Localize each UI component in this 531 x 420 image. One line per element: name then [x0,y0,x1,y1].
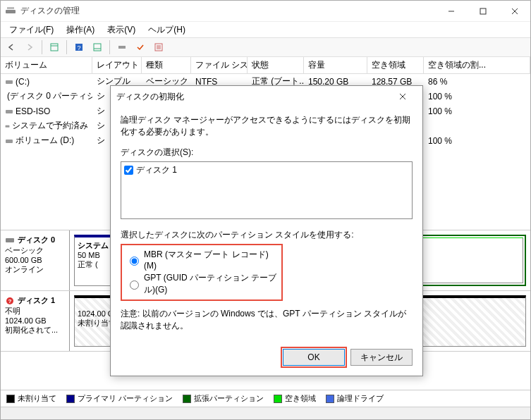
dialog-note: 注意: 以前のバージョンの Windows では、GPT パーティション スタイ… [121,308,413,332]
legend-logical: 論理ドライブ [326,393,384,404]
minimize-button[interactable] [435,1,467,22]
partition-style-label: 選択したディスクに次のパーティション スタイルを使用する: [121,229,413,241]
col-layout[interactable]: レイアウト [92,57,142,73]
svg-rect-3 [480,8,486,14]
view-bottom-button[interactable] [90,39,105,55]
disk-select-item-1[interactable]: ディスク 1 [123,163,410,177]
disk-management-window: ディスクの管理 ファイル(F) 操作(A) 表示(V) ヘルプ(H) ? ボリュ… [0,0,531,420]
legend-extended: 拡張パーティション [183,393,264,404]
partition-system[interactable]: システム 50 MB 正常 ( [74,235,113,286]
disk0-state: オンライン [5,264,65,275]
svg-rect-1 [7,7,14,9]
cell-name: (C:) [1,74,92,89]
svg-text:?: ? [77,44,80,51]
svg-rect-0 [6,10,16,13]
dialog-titlebar: ディスクの初期化 [111,86,422,107]
toolbar-separator [42,40,42,54]
statusbar [1,407,530,419]
legend-unallocated: 未割り当て [6,393,56,404]
cell-pct: 86 % [424,74,530,89]
cell-pct: 100 % [424,133,530,148]
dialog-message: 論理ディスク マネージャーがアクセスできるようにするにはディスクを初期化する必要… [121,114,413,138]
titlebar: ディスクの管理 [1,1,530,22]
svg-rect-21 [6,140,13,143]
disk1-name: ?ディスク 1 [5,295,65,306]
disk0-header: ディスク 0 ベーシック 600.00 GB オンライン [1,230,70,290]
disk-select-checkbox[interactable] [124,166,133,175]
col-status[interactable]: 状態 [248,57,304,73]
svg-rect-20 [6,125,10,127]
volume-icon [5,137,13,144]
disk-icon [5,236,15,245]
cell-pct: 100 % [424,104,530,118]
action-checkmark-button[interactable] [133,39,148,55]
window-controls [435,1,530,22]
cell-name: ESD-ISO [1,104,92,118]
help-button[interactable]: ? [71,39,87,55]
cancel-button[interactable]: キャンセル [350,349,413,366]
view-top-button[interactable] [47,39,62,55]
window-title: ディスクの管理 [20,5,435,17]
disk0-name: ディスク 0 [5,235,65,245]
dialog-close-button[interactable] [389,87,417,106]
cell-name: ボリューム (D:) [1,133,92,148]
cell-pct: 100 % [424,89,530,104]
table-header: ボリューム レイアウト 種類 ファイル システム 状態 容量 空き領域 空き領域… [1,57,530,74]
dialog-body: 論理ディスク マネージャーがアクセスできるようにするにはディスクを初期化する必要… [111,107,422,349]
col-fs[interactable]: ファイル システム [191,57,248,73]
disk0-type: ベーシック [5,245,65,256]
app-icon [5,6,16,17]
legend-primary: プライマリ パーティション [66,393,173,404]
col-free[interactable]: 空き領域 [367,57,424,73]
disk0-size: 600.00 GB [5,256,65,264]
back-button[interactable] [4,39,19,55]
cell-name: (ディスク 0 パーティシ... [1,89,92,104]
col-type[interactable]: 種類 [142,57,191,73]
disk-select-item-label: ディスク 1 [136,164,177,176]
cell-pct [424,118,530,133]
dialog-title: ディスクの初期化 [116,91,184,103]
disk1-state: 初期化されて... [5,325,65,335]
col-pct[interactable]: 空き領域の割... [424,57,530,73]
svg-rect-22 [6,238,14,242]
ok-button[interactable]: OK [283,349,345,366]
svg-rect-6 [51,44,58,51]
radio-mbr-input[interactable] [130,257,139,266]
menu-view[interactable]: 表示(V) [102,23,141,37]
dialog-buttons: OK キャンセル [111,349,422,376]
svg-rect-10 [94,44,101,51]
toolbar-separator [109,40,110,54]
menubar: ファイル(F) 操作(A) 表示(V) ヘルプ(H) [1,22,530,37]
svg-rect-19 [6,110,13,113]
partition-style-group: MBR (マスター ブート レコード)(M) GPT (GUID パーティション… [121,244,283,301]
disk-select-list[interactable]: ディスク 1 [121,161,413,219]
svg-rect-17 [6,80,13,84]
disk-select-label: ディスクの選択(S): [121,147,413,159]
col-capacity[interactable]: 容量 [304,57,367,73]
properties-button[interactable] [151,39,166,55]
radio-gpt[interactable]: GPT (GUID パーティション テーブル)(G) [126,271,277,297]
disk-unknown-icon: ? [5,297,15,305]
maximize-button[interactable] [467,1,499,22]
close-button[interactable] [499,1,530,22]
forward-button[interactable] [22,39,37,55]
toolbar: ? [1,37,530,57]
menu-action[interactable]: 操作(A) [61,23,100,37]
disk1-size: 1024.00 GB [5,316,65,325]
col-volume[interactable]: ボリューム [1,57,92,73]
volume-icon [5,123,10,130]
svg-rect-12 [118,46,126,49]
radio-gpt-input[interactable] [130,280,139,290]
disk1-header: ?ディスク 1 不明 1024.00 GB 初期化されて... [1,291,70,351]
drive-list-button[interactable] [114,39,130,55]
menu-help[interactable]: ヘルプ(H) [142,23,191,37]
radio-mbr[interactable]: MBR (マスター ブート レコード)(M) [126,248,277,271]
volume-icon [5,78,13,85]
legend-free: 空き領域 [274,393,316,404]
disk1-type: 不明 [5,306,65,316]
menu-file[interactable]: ファイル(F) [4,23,59,37]
toolbar-separator [66,40,67,54]
initialize-disk-dialog: ディスクの初期化 論理ディスク マネージャーがアクセスできるようにするにはディス… [110,85,423,376]
cell-name: システムで予約済み [1,118,92,133]
volume-icon [5,108,13,115]
